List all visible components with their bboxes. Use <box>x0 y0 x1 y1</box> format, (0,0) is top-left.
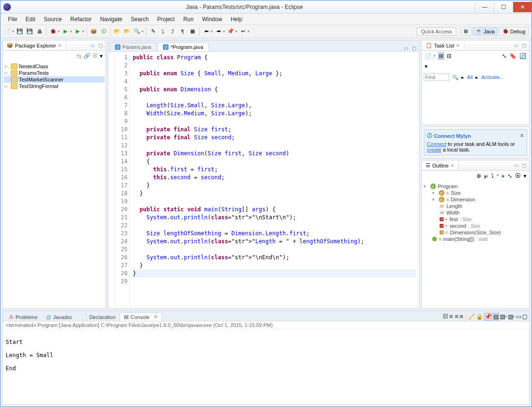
javadoc-tab[interactable]: @Javadoc <box>41 313 76 321</box>
filter-icon[interactable]: 🔖 <box>509 53 516 59</box>
maximize-view-icon[interactable]: ▢ <box>521 42 527 49</box>
new-class-icon[interactable]: Ⓒ <box>99 27 108 36</box>
project-row[interactable]: ▷TestStringFormat <box>4 83 105 89</box>
console-tab[interactable]: ▤Console✕ <box>120 312 161 321</box>
close-icon[interactable]: ✕ <box>153 314 158 320</box>
terminate-icon[interactable] <box>443 313 448 320</box>
project-tree[interactable]: ▷NestedClass ▷ParamsTests TestMarketScan… <box>3 61 105 308</box>
outline-tab[interactable]: ☰ Outline ✕ <box>422 161 459 169</box>
sort-icon[interactable]: ⊕ <box>476 173 481 179</box>
outline-tree[interactable]: ▾CProgram▾ESSize▾ESDimensionSFLengthSFWi… <box>422 181 529 308</box>
project-row[interactable]: ▷NestedClass <box>4 63 105 70</box>
menu-window[interactable]: Window <box>198 15 226 24</box>
view-menu-icon[interactable]: ▾ <box>524 173 526 179</box>
maximize-editor-icon[interactable]: ▢ <box>411 45 417 51</box>
minimize-view-icon[interactable]: ▭ <box>513 42 519 49</box>
hide-nonpublic-icon[interactable]: ● <box>501 173 505 179</box>
debug-perspective-button[interactable]: 🐞Debug <box>499 27 529 36</box>
hide-fields-icon[interactable]: ⤵ <box>491 173 494 179</box>
problems-tab[interactable]: ⚠Problems <box>5 312 41 321</box>
prev-annotation-icon[interactable]: ⤴ <box>169 27 177 36</box>
close-icon[interactable]: ✕ <box>451 163 454 168</box>
sync-icon[interactable]: 🔄 <box>519 53 526 59</box>
collapse-all-icon[interactable]: ⇆ <box>77 53 81 59</box>
open-task-icon[interactable]: 📂 <box>123 27 131 36</box>
debug-icon[interactable]: 🐞 <box>49 27 57 36</box>
run-last-icon[interactable]: ▶ <box>73 27 82 36</box>
menu-file[interactable]: File <box>4 15 21 24</box>
new-package-icon[interactable]: 📦 <box>89 27 98 36</box>
find-input[interactable] <box>424 73 449 81</box>
remove-launch-icon[interactable]: ✖ <box>449 313 453 320</box>
save-icon[interactable]: 💾 <box>16 27 24 36</box>
display-selected-icon[interactable]: ▤ <box>493 313 499 320</box>
menu-navigate[interactable]: Navigate <box>96 15 126 24</box>
scroll-lock-icon[interactable]: 🔒 <box>476 313 483 320</box>
menu-search[interactable]: Search <box>127 15 153 24</box>
marker-strip[interactable] <box>108 52 115 308</box>
java-perspective-button[interactable]: ☕Java <box>472 27 498 36</box>
categorized-icon[interactable]: ⊞ <box>438 52 444 60</box>
clear-console-icon[interactable]: 🧹 <box>468 313 475 320</box>
create-link[interactable]: create <box>427 147 442 152</box>
package-explorer-tab[interactable]: 📦 Package Explorer ✕ <box>3 41 66 49</box>
menu-run[interactable]: Run <box>179 15 197 24</box>
menu-help[interactable]: Help <box>227 15 246 24</box>
maximize-view-icon[interactable]: ▢ <box>521 162 527 169</box>
console-output[interactable]: Start Length = Small End <box>3 329 529 404</box>
print-icon[interactable]: 🖶 <box>35 27 44 36</box>
toggle-mark-icon[interactable]: ✎ <box>149 27 157 36</box>
link-editor-icon[interactable]: 🔗 <box>83 53 90 59</box>
project-row[interactable]: TestMarketScanner <box>4 76 105 83</box>
editor-tab-params[interactable]: JParams.java <box>110 42 156 51</box>
run-icon[interactable]: ▶ <box>61 27 70 36</box>
open-console-icon[interactable]: ▤ <box>500 313 505 320</box>
minimize-editor-icon[interactable]: ▭ <box>403 45 409 51</box>
open-perspective-button[interactable]: ⊞ <box>460 27 471 36</box>
new-icon[interactable]: 📄 <box>3 27 12 36</box>
remove-all-icon[interactable]: ✖✖ <box>454 313 464 320</box>
connect-link[interactable]: Connect <box>427 141 446 147</box>
editor-tab-program[interactable]: J*Program.java <box>158 42 209 51</box>
declaration-tab[interactable]: 📄Declaration <box>77 312 120 321</box>
maximize-button[interactable]: ☐ <box>494 2 513 12</box>
minimize-view-icon[interactable]: ▭ <box>513 162 519 169</box>
new-console-icon[interactable]: ▤ <box>508 313 513 320</box>
pin-console-icon[interactable]: 📌 <box>484 313 492 320</box>
search-icon[interactable]: 🔍 <box>133 27 141 36</box>
next-annotation-icon[interactable]: ⤵ <box>159 27 167 36</box>
task-list-tab[interactable]: 📋 Task List ✕ <box>422 41 464 49</box>
nav-icon[interactable]: ↩ <box>239 27 247 36</box>
close-button[interactable]: ✕ <box>513 2 532 12</box>
collapse-icon[interactable]: ⤡ <box>502 53 507 59</box>
scheduled-icon[interactable]: ⊟ <box>447 53 451 59</box>
quick-access-input[interactable]: Quick Access <box>417 27 456 36</box>
hide-static-icon[interactable]: ˢ <box>497 173 499 179</box>
all-link[interactable]: All <box>467 74 473 80</box>
minimize-view-icon[interactable]: ▭ <box>89 42 96 49</box>
maximize-view-icon[interactable]: ▢ <box>97 42 104 49</box>
view-menu-icon[interactable]: ▾ <box>425 63 427 70</box>
new-task-icon[interactable]: 📄 <box>425 53 432 59</box>
maximize-view-icon[interactable]: ▢ <box>522 313 527 320</box>
view-menu-icon[interactable]: ▾ <box>100 53 103 59</box>
back-icon[interactable]: ⬅ <box>202 27 210 36</box>
focus-task-icon[interactable]: ⦿ <box>92 53 98 59</box>
block-selection-icon[interactable]: ▦ <box>188 27 197 36</box>
az-icon[interactable]: a̲z <box>484 174 488 178</box>
menu-project[interactable]: Project <box>153 15 178 24</box>
activate-link[interactable]: Activate... <box>481 74 504 80</box>
focus-icon[interactable]: ⦿ <box>515 173 521 179</box>
menu-source[interactable]: Source <box>40 15 65 24</box>
code-editor[interactable]: public class Program { public enum Size … <box>130 52 419 308</box>
open-type-icon[interactable]: 📂 <box>113 27 121 36</box>
close-icon[interactable]: ✕ <box>58 43 62 48</box>
minimize-button[interactable]: — <box>475 2 494 12</box>
pin-icon[interactable]: 📌 <box>226 27 235 36</box>
forward-icon[interactable]: ➡ <box>214 27 223 36</box>
hide-local-icon[interactable]: ⤡ <box>508 173 512 179</box>
show-whitespace-icon[interactable]: ¶ <box>178 27 187 36</box>
close-icon[interactable]: ✕ <box>456 43 460 48</box>
search-icon[interactable]: 🔍 <box>452 74 459 80</box>
save-all-icon[interactable]: 💾 <box>25 27 34 36</box>
